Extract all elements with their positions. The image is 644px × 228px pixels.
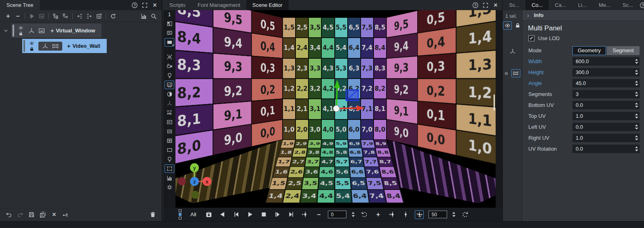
- tree-node[interactable]: +Virtual_Window: [11, 23, 101, 38]
- property-value-field[interactable]: 600.0: [572, 57, 640, 66]
- help-icon[interactable]: [639, 2, 644, 9]
- mode-geometry-button[interactable]: Geometry: [572, 46, 606, 55]
- spinner-icon[interactable]: [635, 58, 640, 64]
- property-value-field[interactable]: 0.0: [572, 101, 640, 109]
- viewport-3d[interactable]: 1,92,93,94,95,96,97,98,91,82,83,84,85,86…: [175, 10, 496, 208]
- axes-icon[interactable]: [165, 99, 174, 108]
- visibility-eye-icon[interactable]: [503, 21, 512, 30]
- keyframe-nav-icon[interactable]: [415, 210, 424, 219]
- speed-field[interactable]: 50: [429, 211, 447, 218]
- close-icon[interactable]: ×: [492, 2, 499, 9]
- property-value-field[interactable]: 0.0: [572, 145, 640, 153]
- stop-icon[interactable]: [259, 210, 268, 219]
- tree-row[interactable]: +Virtual_Window: [0, 23, 162, 38]
- use-lod-checkbox[interactable]: ✓: [528, 35, 534, 41]
- indent-icon[interactable]: [75, 11, 84, 21]
- tree-row[interactable]: +Video_Wall: [0, 39, 162, 53]
- add-child-icon[interactable]: +: [51, 28, 54, 34]
- undo-icon[interactable]: [4, 210, 14, 219]
- sun-icon[interactable]: [165, 183, 174, 192]
- viewport-scrollbar[interactable]: [494, 94, 495, 111]
- collapse-all-icon[interactable]: [61, 11, 70, 21]
- step-forward-icon[interactable]: [273, 210, 282, 219]
- spinner-icon[interactable]: [635, 102, 640, 108]
- redo-branch-icon[interactable]: [61, 210, 70, 219]
- expand-all-icon[interactable]: [51, 11, 61, 21]
- selection-icon[interactable]: [165, 164, 174, 173]
- loop-ccw-icon[interactable]: [360, 210, 369, 219]
- spinner-icon[interactable]: [635, 80, 640, 86]
- axes-icon[interactable]: [27, 27, 36, 34]
- properties-tab-2[interactable]: Ca...: [549, 0, 572, 10]
- property-value-field[interactable]: 3: [572, 90, 640, 98]
- axes-icon[interactable]: [41, 43, 49, 50]
- hs-mode-icon[interactable]: HS: [165, 109, 174, 117]
- spinner-icon[interactable]: [635, 146, 640, 152]
- lock-icon[interactable]: [17, 31, 24, 36]
- go-start-icon[interactable]: [232, 210, 241, 219]
- close-icon[interactable]: ×: [151, 2, 158, 9]
- mode-segment-button[interactable]: Segment: [607, 46, 640, 55]
- properties-tab-4[interactable]: Me...: [593, 0, 617, 10]
- maximize-icon[interactable]: [482, 2, 489, 9]
- properties-tab-1[interactable]: Co...: [526, 0, 549, 10]
- track-indicator[interactable]: [179, 209, 182, 219]
- tab-scene-editor[interactable]: Scene Editor: [246, 0, 288, 10]
- property-value-field[interactable]: 0.0: [572, 123, 640, 131]
- tab-scripts[interactable]: Scripts: [163, 0, 192, 10]
- transform-box-icon[interactable]: [165, 127, 174, 136]
- prev-keyframe-icon[interactable]: [300, 210, 309, 219]
- spinner-icon[interactable]: [635, 113, 640, 119]
- property-value-field[interactable]: 45.0: [572, 79, 640, 87]
- redo-icon[interactable]: [15, 210, 25, 219]
- contrast-icon[interactable]: [165, 90, 174, 98]
- spinner-icon[interactable]: [635, 91, 640, 97]
- help-icon[interactable]: [131, 2, 138, 9]
- next-keyframe-icon[interactable]: [387, 210, 396, 219]
- play-icon[interactable]: [27, 11, 37, 21]
- tree-node-selected[interactable]: +Video_Wall: [22, 39, 107, 53]
- save-all-icon[interactable]: [38, 210, 48, 219]
- close-x-icon[interactable]: ×: [49, 210, 59, 219]
- spinner-icon[interactable]: [351, 211, 355, 217]
- properties-tab-5[interactable]: Sc...: [617, 0, 639, 10]
- eye-icon[interactable]: [17, 25, 24, 31]
- axes-icon[interactable]: [508, 47, 517, 56]
- video-box-icon[interactable]: [165, 136, 174, 145]
- add-child-icon[interactable]: +: [67, 43, 70, 49]
- properties-tab-0[interactable]: Sc...: [503, 0, 526, 10]
- spinner-icon[interactable]: [635, 124, 640, 130]
- bulb-icon[interactable]: [165, 155, 174, 164]
- minus-icon[interactable]: −: [314, 210, 323, 219]
- info-section-header[interactable]: › Info: [522, 10, 644, 21]
- reload-icon[interactable]: [108, 11, 118, 21]
- camera-icon[interactable]: [165, 53, 174, 61]
- annotations-icon[interactable]: [165, 29, 174, 37]
- keyframe-icon[interactable]: [401, 210, 410, 219]
- property-value-field[interactable]: 1.0: [572, 134, 640, 142]
- profiler-icon[interactable]: [165, 174, 174, 182]
- render-lock-icon[interactable]: [204, 210, 213, 219]
- go-end-icon[interactable]: [287, 210, 296, 219]
- frame-field[interactable]: 0: [328, 211, 346, 218]
- rectangle-icon[interactable]: [165, 146, 174, 154]
- drag-grip[interactable]: [23, 40, 25, 52]
- spinner-icon[interactable]: [635, 135, 640, 141]
- layout-icon[interactable]: [165, 19, 174, 28]
- expand-chevron-icon[interactable]: [0, 28, 11, 33]
- properties-tab-3[interactable]: Li...: [572, 0, 593, 10]
- render-window-icon[interactable]: ▾: [165, 38, 174, 47]
- drag-grip[interactable]: [13, 25, 14, 36]
- virtual-window-icon[interactable]: [38, 27, 46, 34]
- property-value-field[interactable]: 300.0: [572, 68, 640, 77]
- spinner-icon[interactable]: [452, 211, 456, 217]
- maximize-icon[interactable]: [141, 2, 148, 9]
- light-view-icon[interactable]: [165, 71, 174, 80]
- lock-icon[interactable]: [513, 21, 522, 30]
- camcorder-icon[interactable]: [165, 62, 174, 70]
- slide-icon[interactable]: [37, 11, 46, 21]
- outdent-icon[interactable]: [84, 11, 94, 21]
- add-group-icon[interactable]: G: [94, 11, 104, 21]
- profiler-icon[interactable]: [139, 11, 149, 21]
- add-icon[interactable]: +: [3, 11, 13, 21]
